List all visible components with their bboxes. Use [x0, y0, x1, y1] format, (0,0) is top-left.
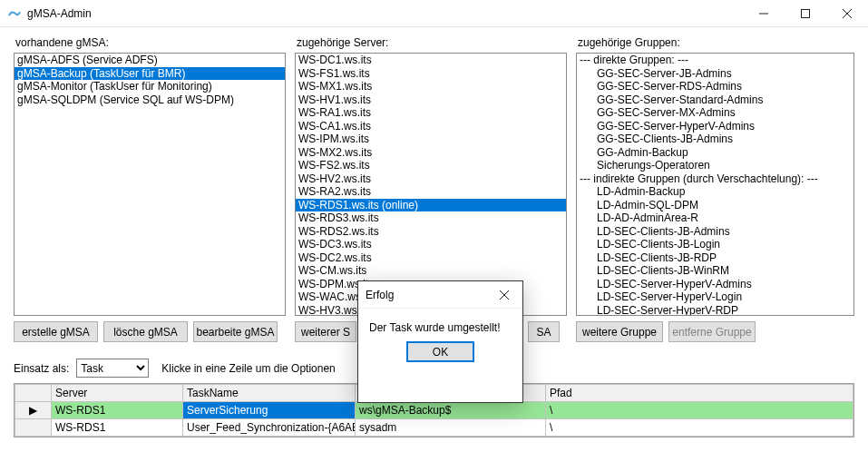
list-item[interactable]: GG-Admin-Backup — [577, 146, 853, 160]
list-item[interactable]: WS-RDS1.ws.its (online) — [296, 199, 566, 212]
close-button[interactable] — [826, 0, 868, 27]
list-item[interactable]: GG-SEC-Server-RDS-Admins — [577, 80, 853, 93]
list-item[interactable]: WS-IPM.ws.its — [296, 133, 566, 146]
list-item[interactable]: WS-RDS3.ws.its — [296, 211, 566, 225]
list-item[interactable]: WS-FS2.ws.its — [296, 159, 566, 172]
list-item[interactable]: WS-FS1.ws.its — [296, 67, 566, 81]
column-header[interactable]: Server — [52, 385, 183, 402]
table-cell[interactable]: WS-RDS1 — [52, 402, 183, 419]
einsatz-hint: Klicke in eine Zeile um die Optionen — [161, 362, 335, 375]
dialog-title: Erfolg — [366, 289, 486, 301]
table-cell[interactable]: ws\gMSA-Backup$ — [356, 402, 546, 419]
column-header[interactable]: Pfad — [546, 385, 853, 402]
list-item[interactable]: GG-SEC-Server-MX-Admins — [577, 106, 853, 120]
list-item[interactable]: WS-CM.ws.its — [296, 264, 566, 278]
list-item[interactable]: WS-MX1.ws.its — [296, 80, 566, 93]
list-item[interactable]: GG-SEC-Server-HyperV-Admins — [577, 120, 853, 133]
list-item[interactable]: LD-AD-AdminArea-R — [577, 211, 853, 225]
dialog-message: Der Task wurde umgestellt! — [358, 309, 522, 341]
list-item[interactable]: --- indirekte Gruppen (durch Verschachte… — [577, 172, 853, 186]
list-item[interactable]: gMSA-Monitor (TaskUser für Monitoring) — [15, 80, 285, 93]
list-item[interactable]: WS-MX2.ws.its — [296, 146, 566, 160]
einsatz-label: Einsatz als: — [14, 362, 69, 375]
list-item[interactable]: WS-DC3.ws.its — [296, 238, 566, 251]
table-cell[interactable]: ServerSicherung — [183, 402, 356, 419]
list-item[interactable]: WS-RA2.ws.its — [296, 185, 566, 199]
column-header[interactable] — [15, 385, 52, 402]
row-header[interactable]: ▶ — [15, 402, 52, 419]
list-item[interactable]: LD-SEC-Clients-JB-Admins — [577, 225, 853, 239]
list-item[interactable]: LD-SEC-Server-HyperV-RDP — [577, 304, 853, 317]
gmsa-listbox[interactable]: gMSA-ADFS (Service ADFS)gMSA-Backup (Tas… — [14, 53, 286, 316]
list-item[interactable]: GG-SEC-Server-Standard-Admins — [577, 93, 853, 107]
list-item[interactable]: LD-SEC-Server-HyperV-Login — [577, 290, 853, 304]
table-cell[interactable]: sysadm — [356, 419, 546, 437]
row-header[interactable] — [15, 419, 52, 437]
list-item[interactable]: LD-SEC-Clients-JB-Login — [577, 238, 853, 251]
gmsa-column: vorhandene gMSA: gMSA-ADFS (Service ADFS… — [14, 36, 286, 342]
list-item[interactable]: gMSA-ADFS (Service ADFS) — [15, 54, 285, 67]
table-cell[interactable]: \ — [546, 419, 853, 437]
list-item[interactable]: gMSA-SQLDPM (Service SQL auf WS-DPM) — [15, 93, 285, 107]
gmsa-label: vorhandene gMSA: — [15, 36, 286, 49]
minimize-button[interactable] — [743, 0, 785, 27]
list-item[interactable]: WS-RA1.ws.its — [296, 106, 566, 120]
edit-gmsa-button[interactable]: bearbeite gMSA — [193, 321, 278, 342]
list-item[interactable]: WS-CA1.ws.its — [296, 120, 566, 133]
list-item[interactable]: WS-DC1.ws.its — [296, 54, 566, 67]
list-item[interactable]: Sicherungs-Operatoren — [577, 159, 853, 172]
server-listbox[interactable]: WS-DC1.ws.itsWS-FS1.ws.itsWS-MX1.ws.itsW… — [295, 53, 567, 316]
list-item[interactable]: GG-SEC-Server-JB-Admins — [577, 67, 853, 81]
remove-group-button: entferne Gruppe — [668, 321, 756, 342]
list-item[interactable]: LD-SEC-Clients-JB-RDP — [577, 251, 853, 265]
table-cell[interactable]: \ — [546, 402, 853, 419]
einsatz-select[interactable]: Task — [76, 359, 149, 378]
list-item[interactable]: WS-HV1.ws.its — [296, 93, 566, 107]
app-icon — [7, 6, 22, 21]
column-header[interactable]: TaskName — [183, 385, 356, 402]
more-group-button[interactable]: weitere Gruppe — [576, 321, 663, 342]
list-item[interactable]: --- direkte Gruppen: --- — [577, 54, 853, 67]
titlebar: gMSA-Admin — [0, 0, 868, 27]
list-item[interactable]: LD-Admin-SQL-DPM — [577, 199, 853, 212]
table-cell[interactable]: WS-RDS1 — [52, 419, 183, 437]
list-item[interactable]: LD-SEC-Server-HyperV-Admins — [577, 278, 853, 291]
list-item[interactable]: LD-Admin-Backup — [577, 185, 853, 199]
list-item[interactable]: WS-HV2.ws.its — [296, 172, 566, 186]
list-item[interactable]: gMSA-Backup (TaskUser für BMR) — [15, 67, 285, 81]
table-row[interactable]: ▶WS-RDS1ServerSicherungws\gMSA-Backup$\ — [15, 402, 853, 419]
server-label: zugehörige Server: — [297, 36, 567, 49]
group-listbox[interactable]: --- direkte Gruppen: ---GG-SEC-Server-JB… — [576, 53, 854, 316]
delete-gmsa-button[interactable]: lösche gMSA — [103, 321, 188, 342]
maximize-button[interactable] — [785, 0, 826, 27]
install-gmsa-button[interactable]: SA — [528, 321, 560, 342]
dialog-close-button[interactable] — [486, 281, 522, 309]
create-gmsa-button[interactable]: erstelle gMSA — [14, 321, 98, 342]
table-cell[interactable]: User_Feed_Synchronization-{A6AB57… — [183, 419, 356, 437]
success-dialog: Erfolg Der Task wurde umgestellt! OK — [357, 280, 523, 403]
list-item[interactable]: LD-SEC-Clients-JB-WinRM — [577, 264, 853, 278]
more-server-button[interactable]: weiterer S — [295, 321, 356, 342]
dialog-ok-button[interactable]: OK — [406, 341, 474, 362]
list-item[interactable]: WS-DC2.ws.its — [296, 251, 566, 265]
list-item[interactable]: GG-SEC-Clients-JB-Admins — [577, 133, 853, 146]
list-item[interactable]: WS-RDS2.ws.its — [296, 225, 566, 239]
group-label: zugehörige Gruppen: — [578, 36, 854, 49]
table-row[interactable]: WS-RDS1User_Feed_Synchronization-{A6AB57… — [15, 419, 853, 437]
svg-rect-1 — [802, 9, 810, 17]
app-title: gMSA-Admin — [27, 7, 743, 20]
group-column: zugehörige Gruppen: --- direkte Gruppen:… — [576, 36, 854, 342]
